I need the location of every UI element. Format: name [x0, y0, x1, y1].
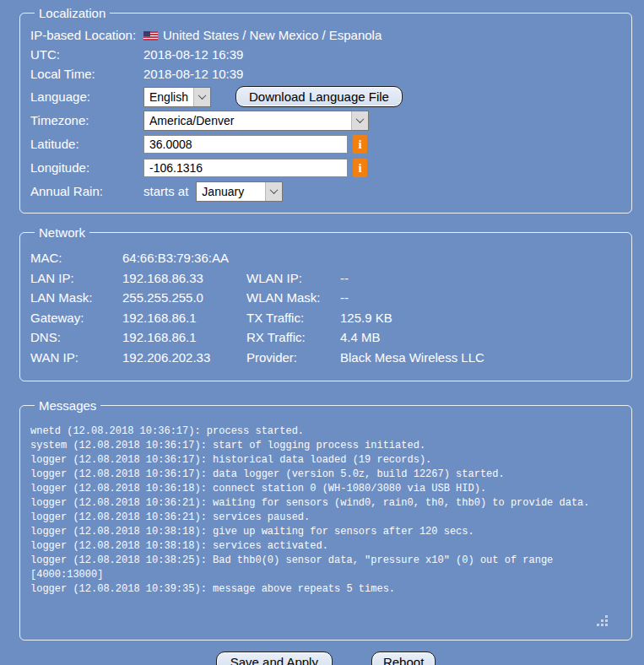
localization-section: Localization IP-based Location: United S…	[19, 6, 632, 214]
latitude-label: Latitude:	[30, 137, 143, 151]
net-value	[340, 248, 621, 268]
net-label: Gateway:	[30, 308, 122, 328]
log-line: logger (12.08.2018 10:36:21): services p…	[30, 511, 621, 525]
net-value: 192.168.86.33	[122, 268, 246, 289]
net-label: LAN Mask:	[30, 288, 122, 308]
language-select-value: English	[144, 88, 193, 106]
log-line: logger (12.08.2018 10:38:18): give up wa…	[30, 525, 621, 539]
utc-row: UTC: 2018-08-12 16:39	[30, 45, 621, 64]
annual-rain-prefix: starts at	[143, 184, 188, 198]
log-line: logger (12.08.2018 10:36:21): waiting fo…	[30, 496, 621, 511]
net-label	[246, 248, 340, 268]
net-label: WAN IP:	[30, 348, 122, 368]
us-flag-icon	[143, 31, 158, 41]
latitude-input[interactable]	[143, 135, 348, 154]
timezone-row: Timezone: America/Denver	[30, 110, 621, 131]
net-value: --	[340, 268, 621, 289]
net-value: Black Mesa Wireless LLC	[340, 348, 621, 368]
log-line: system (12.08.2018 10:36:17): start of l…	[30, 439, 621, 453]
chevron-down-icon[interactable]	[265, 182, 282, 201]
net-value: 192.168.86.1	[122, 308, 246, 328]
local-time-row: Local Time: 2018-08-12 10:39	[30, 64, 621, 84]
network-grid: MAC: 64:66:B3:79:36:AA LAN IP: 192.168.8…	[30, 245, 621, 367]
network-legend: Network	[35, 225, 89, 240]
net-label: WLAN Mask:	[246, 288, 340, 308]
net-label: LAN IP:	[30, 268, 122, 289]
net-value: 192.168.86.1	[122, 327, 246, 348]
ip-location-row: IP-based Location: United States / New M…	[30, 25, 621, 45]
net-value: 4.4 MB	[340, 327, 621, 348]
reboot-button[interactable]: Reboot	[371, 651, 436, 665]
timezone-select-value: America/Denver	[144, 111, 351, 130]
resize-grip-icon[interactable]	[597, 615, 608, 626]
annual-rain-label: Annual Rain:	[30, 184, 143, 198]
timezone-select[interactable]: America/Denver	[143, 111, 369, 131]
save-and-apply-button[interactable]: Save and Apply	[216, 651, 333, 665]
longitude-info-icon[interactable]: i	[353, 159, 367, 177]
latitude-info-icon[interactable]: i	[353, 135, 367, 154]
log-line: logger (12.08.2018 10:36:18): connect st…	[30, 482, 621, 496]
annual-rain-month-select[interactable]: January	[196, 181, 283, 202]
net-label: RX Traffic:	[246, 327, 340, 348]
log-line: logger (12.08.2018 10:38:25): Bad thb0(0…	[30, 554, 621, 568]
log-line: logger (12.08.2018 10:36:17): historical…	[30, 453, 621, 468]
annual-rain-month-value: January	[197, 182, 265, 201]
log-line: wnetd (12.08.2018 10:36:17): process sta…	[30, 424, 621, 439]
net-value: 192.206.202.33	[122, 348, 246, 368]
log-line: logger (12.08.2018 10:36:17): data logge…	[30, 468, 621, 482]
language-select[interactable]: English	[143, 87, 211, 107]
net-value: 125.9 KB	[340, 308, 621, 328]
localization-legend: Localization	[35, 6, 110, 20]
longitude-input[interactable]	[143, 159, 348, 177]
network-section: Network MAC: 64:66:B3:79:36:AA LAN IP: 1…	[19, 225, 632, 381]
footer-actions: Save and Apply Reboot	[19, 651, 632, 665]
language-label: Language:	[30, 89, 143, 104]
ip-location-value: United States / New Mexico / Espanola	[143, 28, 382, 42]
net-label: TX Traffic:	[246, 308, 340, 328]
net-label: Provider:	[246, 348, 340, 368]
timezone-label: Timezone:	[30, 113, 143, 127]
utc-value: 2018-08-12 16:39	[143, 47, 243, 62]
ip-location-label: IP-based Location:	[30, 28, 143, 42]
language-row: Language: English Download Language File	[30, 86, 621, 107]
local-time-label: Local Time:	[30, 67, 143, 81]
chevron-down-icon[interactable]	[351, 111, 368, 130]
longitude-row: Longitude: i	[30, 157, 621, 178]
net-label: DNS:	[30, 327, 122, 348]
net-value: 255.255.255.0	[122, 288, 246, 308]
messages-section: Messages wnetd (12.08.2018 10:36:17): pr…	[19, 398, 632, 641]
net-label: MAC:	[30, 248, 122, 268]
log-line: [4000:13000]	[30, 568, 621, 582]
net-label: WLAN IP:	[246, 268, 340, 289]
latitude-row: Latitude: i	[30, 133, 621, 154]
log-line: logger (12.08.2018 10:39:35): message ab…	[30, 582, 621, 597]
local-time-value: 2018-08-12 10:39	[143, 67, 243, 81]
net-value: 64:66:B3:79:36:AA	[122, 248, 246, 268]
longitude-label: Longitude:	[30, 160, 143, 175]
net-value: --	[340, 288, 621, 308]
messages-log[interactable]: wnetd (12.08.2018 10:36:17): process sta…	[30, 418, 621, 631]
chevron-down-icon[interactable]	[193, 88, 210, 106]
log-line: logger (12.08.2018 10:38:18): services a…	[30, 539, 621, 554]
messages-legend: Messages	[35, 398, 100, 413]
utc-label: UTC:	[30, 47, 143, 62]
annual-rain-row: Annual Rain: starts at January	[30, 181, 621, 202]
download-language-button[interactable]: Download Language File	[235, 86, 403, 107]
settings-page: Localization IP-based Location: United S…	[0, 0, 644, 665]
